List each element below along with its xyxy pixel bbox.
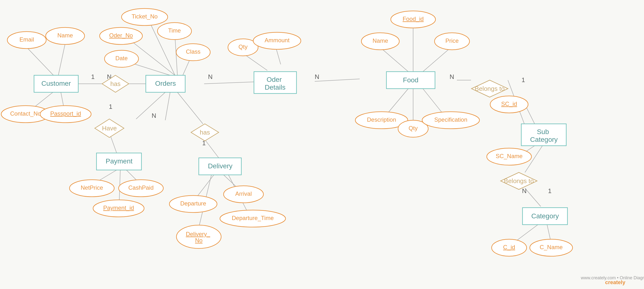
name-food-label: Name — [372, 37, 388, 44]
time-label: Time — [168, 27, 181, 34]
departure-time-label: Departure_Time — [232, 215, 274, 221]
creately-brand: creately — [605, 279, 626, 285]
orders-label: Orders — [155, 80, 176, 87]
passport-id-label: Passport_id — [50, 110, 81, 117]
cardinality-n-orders-has2: N — [152, 112, 156, 119]
email-label: Email — [20, 36, 34, 43]
er-diagram: 1 N N N N 1 1 N 1 1 N 1 Email Name Conta… — [0, 0, 644, 289]
oder-no-label: Oder_No — [109, 32, 133, 39]
belongs-to-food-subcategory-label: Belongs to — [475, 85, 505, 92]
cardinality-1-have-payment: 1 — [109, 103, 112, 110]
sc-name-label: SC_Name — [496, 153, 523, 159]
c-id-label: C_id — [503, 244, 515, 250]
svg-line-16 — [382, 48, 408, 72]
c-name-label: C_Name — [540, 244, 563, 250]
cardinality-n-food-belongs: N — [450, 73, 454, 80]
svg-line-0 — [27, 47, 54, 75]
qty-food-label: Qty — [408, 125, 418, 131]
belongs-to-subcategory-category-label: Belongs to — [504, 177, 534, 185]
class-label: Class — [186, 48, 200, 55]
date-label: Date — [116, 55, 128, 61]
svg-line-26 — [525, 188, 541, 206]
svg-line-33 — [205, 140, 219, 158]
description-label: Description — [367, 116, 396, 123]
food-label: Food — [403, 76, 418, 84]
netprice-label: NetPrice — [81, 184, 103, 191]
cardinality-1-belongs-subcategory: 1 — [522, 76, 525, 83]
cardinality-n-oderdetails-food: N — [315, 73, 319, 80]
sc-id-label: SC_id — [501, 101, 517, 107]
category-label: Category — [531, 212, 559, 220]
has-orders-delivery-label: has — [200, 129, 210, 136]
cashpaid-label: CashPaid — [128, 184, 154, 191]
svg-line-9 — [175, 36, 178, 75]
contact-no-label: Contact_No — [10, 110, 41, 117]
svg-line-30 — [165, 92, 170, 120]
ticket-no-label: Ticket_No — [132, 13, 158, 20]
specification-label: Specification — [434, 116, 467, 123]
qty-order-label: Qty — [238, 43, 248, 50]
svg-line-1 — [58, 44, 65, 75]
payment-id-label: Payment_id — [103, 205, 134, 211]
svg-line-14 — [315, 79, 360, 81]
name-customer-label: Name — [57, 32, 73, 39]
delivery-label: Delivery — [208, 162, 232, 170]
oder-details-label: Oder Details — [265, 76, 286, 91]
cardinality-n-belongs2-category: N — [522, 187, 526, 195]
food-id-label: Food_id — [403, 15, 424, 22]
departure-label: Departure — [180, 200, 206, 207]
payment-label: Payment — [106, 157, 133, 165]
arrival-label: Arrival — [235, 190, 252, 197]
customer-label: Customer — [41, 80, 71, 87]
svg-line-32 — [178, 92, 203, 124]
price-label: Price — [446, 37, 459, 44]
cardinality-n-orders-oderdetails: N — [208, 73, 213, 80]
have-label: Have — [102, 125, 117, 132]
has-customer-orders-label: has — [110, 80, 120, 87]
svg-line-17 — [423, 48, 450, 72]
svg-line-13 — [276, 47, 281, 64]
svg-line-29 — [136, 92, 165, 119]
svg-line-12 — [243, 53, 267, 70]
svg-line-31 — [110, 135, 117, 153]
ammount-label: Ammount — [265, 37, 290, 43]
cardinality-1-belongs2-right: 1 — [548, 187, 552, 195]
cardinality-1-customer-has: 1 — [91, 73, 94, 80]
